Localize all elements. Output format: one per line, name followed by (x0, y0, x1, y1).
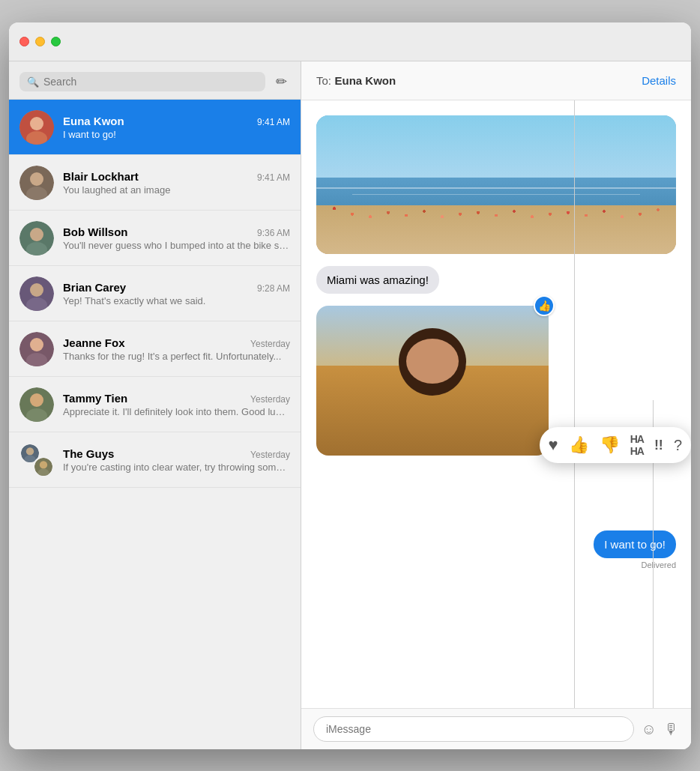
conversation-info: Blair Lockhart 9:41 AM You laughed at an… (63, 170, 290, 196)
svg-point-22 (40, 461, 47, 468)
tapback-bar: ♥ 👍 👎 HAHA !! ? (540, 427, 691, 463)
tapback-heart-button[interactable]: ♥ (549, 435, 558, 455)
delivered-status: Delivered (642, 560, 676, 569)
sent-message-text: I want to go! (594, 530, 676, 558)
compose-button[interactable]: ✏ (273, 70, 290, 93)
conversation-list: Euna Kwon 9:41 AM I want to go! (9, 100, 301, 749)
conversation-time: Yesterday (250, 394, 290, 405)
conversation-preview: I want to go! (63, 129, 290, 140)
avatar (19, 110, 54, 145)
svg-point-4 (30, 172, 43, 186)
avatar (19, 332, 54, 366)
conversation-info: Bob Willson 9:36 AM You'll never guess w… (63, 226, 290, 251)
avatar (19, 221, 54, 256)
conversation-time: Yesterday (250, 450, 290, 460)
conversation-preview: If you're casting into clear water, try … (63, 462, 290, 473)
main-content: 🔍 ✏ (9, 61, 691, 749)
chat-header: To: Euna Kwon Details (301, 61, 691, 100)
chat-recipient: To: Euna Kwon (316, 74, 396, 88)
photo-with-reaction: 👍 ♥ 👍 👎 HAHA !! ? (316, 306, 676, 501)
conversation-preview: Appreciate it. I'll definitely look into… (63, 406, 290, 417)
sent-message-area: I want to go! Delivered (316, 530, 676, 569)
avatar-image (19, 110, 54, 145)
sent-bubble-wrap: I want to go! (594, 530, 676, 558)
conversation-time: 9:28 AM (257, 283, 290, 294)
tapback-thumbsdown-button[interactable]: 👎 (600, 435, 620, 455)
conversation-info: The Guys Yesterday If you're casting int… (63, 447, 290, 473)
conversation-name: Blair Lockhart (63, 170, 139, 183)
conversation-item[interactable]: Tammy Tien Yesterday Appreciate it. I'll… (9, 377, 301, 432)
conversation-info: Tammy Tien Yesterday Appreciate it. I'll… (63, 392, 290, 417)
sidebar: 🔍 ✏ (9, 61, 301, 749)
conversation-info: Brian Carey 9:28 AM Yep! That's exactly … (63, 281, 290, 306)
fullscreen-button[interactable] (51, 37, 61, 46)
sidebar-header: 🔍 ✏ (9, 61, 301, 100)
conversation-item[interactable]: Blair Lockhart 9:41 AM You laughed at an… (9, 155, 301, 211)
conversation-info: Euna Kwon 9:41 AM I want to go! (63, 115, 290, 140)
search-input[interactable] (43, 76, 258, 88)
chat-panel: To: Euna Kwon Details (301, 61, 691, 749)
svg-point-19 (26, 447, 34, 455)
details-button[interactable]: Details (642, 74, 676, 87)
conversation-name: Euna Kwon (63, 115, 124, 127)
tapback-haha-button[interactable]: HAHA (630, 433, 644, 457)
conversation-item[interactable]: The Guys Yesterday If you're casting int… (9, 432, 301, 488)
conversation-name: The Guys (63, 447, 114, 460)
minimize-button[interactable] (35, 37, 45, 46)
group-avatar (19, 443, 54, 477)
microphone-button[interactable]: 🎙 (664, 721, 679, 738)
conversation-name: Tammy Tien (63, 392, 127, 405)
avatar (19, 166, 54, 200)
received-image-message (316, 115, 676, 254)
tapback-thumbsup-button[interactable]: 👍 (569, 435, 589, 455)
svg-point-7 (30, 228, 43, 241)
conversation-time: 9:41 AM (257, 117, 290, 127)
conversation-time: 9:41 AM (257, 172, 290, 183)
conversation-item[interactable]: Brian Carey 9:28 AM Yep! That's exactly … (9, 266, 301, 321)
svg-point-16 (30, 393, 43, 407)
close-button[interactable] (19, 37, 29, 46)
conversation-preview: You'll never guess who I bumped into at … (63, 240, 290, 251)
conversation-time: Yesterday (250, 339, 290, 349)
message-bubble-text: Miami was amazing! (316, 266, 439, 294)
search-bar[interactable]: 🔍 (19, 72, 265, 91)
conversation-info: Jeanne Fox Yesterday Thanks for the rug!… (63, 336, 290, 362)
conversation-name: Jeanne Fox (63, 336, 125, 349)
conversation-preview: Yep! That's exactly what we said. (63, 295, 290, 306)
received-text-message: Miami was amazing! (316, 266, 676, 294)
person-photo-message (316, 306, 549, 456)
traffic-lights (19, 37, 61, 46)
conversation-name: Bob Willson (63, 226, 128, 238)
message-list: Miami was amazing! (301, 100, 691, 708)
conversation-item[interactable]: Jeanne Fox Yesterday Thanks for the rug!… (9, 321, 301, 377)
conversation-preview: Thanks for the rug! It's a perfect fit. … (63, 351, 290, 362)
beach-image (316, 115, 676, 254)
chat-input-area: ☺ 🎙 (301, 708, 691, 749)
emoji-button[interactable]: ☺ (642, 721, 657, 738)
avatar (19, 387, 54, 422)
app-window: 🔍 ✏ (9, 22, 691, 749)
conversation-name: Brian Carey (63, 281, 126, 294)
tapback-question-button[interactable]: ? (674, 437, 682, 454)
message-input[interactable] (313, 716, 634, 742)
titlebar (9, 22, 691, 61)
conversation-time: 9:36 AM (257, 228, 290, 238)
chat-to-name: Euna Kwon (334, 74, 396, 87)
svg-point-10 (30, 283, 43, 297)
search-icon: 🔍 (27, 76, 39, 88)
svg-point-13 (30, 338, 43, 351)
avatar (19, 276, 54, 311)
conversation-preview: You laughed at an image (63, 184, 290, 196)
svg-point-1 (30, 117, 43, 130)
conversation-item[interactable]: Bob Willson 9:36 AM You'll never guess w… (9, 211, 301, 266)
tapback-reaction-bubble: 👍 (534, 295, 555, 316)
tapback-exclaim-button[interactable]: !! (654, 438, 663, 453)
conversation-item[interactable]: Euna Kwon 9:41 AM I want to go! (9, 100, 301, 155)
